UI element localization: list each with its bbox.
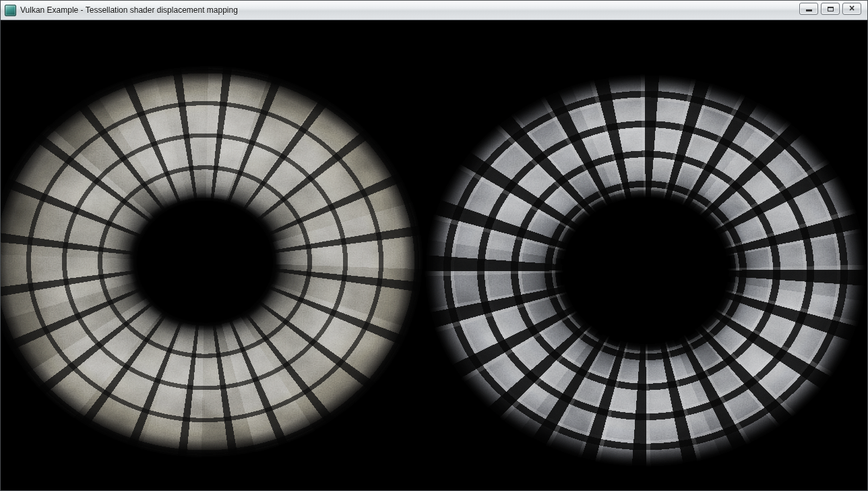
titlebar[interactable]: Vulkan Example - Tessellation shader dis…: [1, 1, 867, 20]
app-window: Vulkan Example - Tessellation shader dis…: [0, 0, 868, 491]
maximize-button[interactable]: [821, 3, 840, 15]
app-icon[interactable]: [5, 5, 16, 16]
torus-displaced: [423, 73, 867, 468]
minimize-button[interactable]: [799, 3, 818, 15]
close-icon: ×: [849, 3, 855, 13]
render-viewport[interactable]: [1, 20, 867, 490]
maximize-icon: [828, 7, 834, 11]
torus-flat: [1, 65, 424, 459]
close-button[interactable]: ×: [842, 3, 861, 15]
minimize-icon: [806, 9, 812, 11]
caption-buttons: ×: [799, 3, 861, 15]
window-title: Vulkan Example - Tessellation shader dis…: [20, 5, 238, 15]
